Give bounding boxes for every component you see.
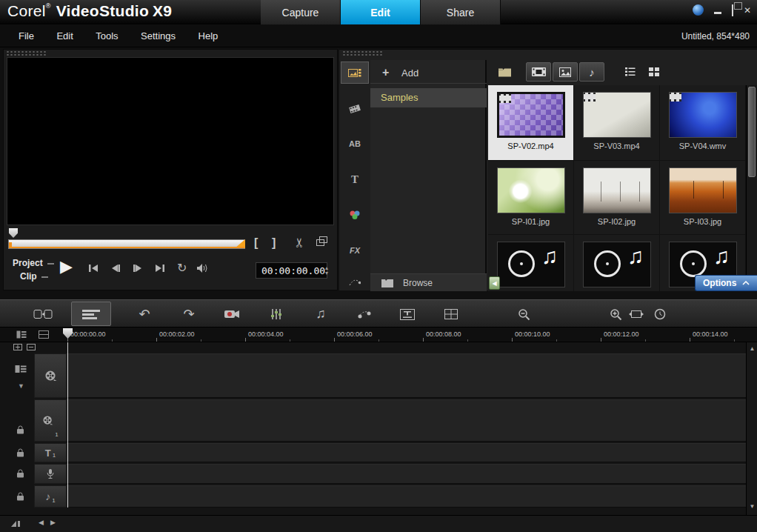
scrollbar-thumb[interactable] (748, 87, 756, 177)
nav-transition-button[interactable]: AB (341, 133, 369, 155)
track-swap-icon[interactable] (15, 365, 27, 373)
motion-tracking-button[interactable] (351, 305, 378, 324)
grid-view-button[interactable] (643, 62, 665, 82)
split-clip-button[interactable]: ✂ (292, 237, 307, 247)
volume-button[interactable] (196, 263, 209, 273)
play-button[interactable]: ▶ (60, 259, 73, 275)
media-item[interactable]: SP-I02.jpg (574, 161, 660, 235)
overlay-track-header[interactable]: 1 (34, 399, 67, 442)
redo-button[interactable]: ↷ (178, 305, 200, 324)
multicam-editor-button[interactable] (438, 305, 464, 324)
playhead-line[interactable] (67, 342, 68, 508)
media-item-selected[interactable]: SP-V02.mp4 (488, 85, 574, 161)
scroll-left-button[interactable]: ◀ (39, 519, 44, 526)
close-button[interactable]: ✕ (744, 5, 751, 16)
filter-audio-button[interactable]: ♪ (579, 62, 604, 82)
overlay-track-lane[interactable] (67, 399, 746, 442)
next-frame-button[interactable] (133, 264, 143, 273)
media-item[interactable]: ♫ (574, 235, 660, 291)
timeline-view-button[interactable] (71, 302, 111, 326)
browse-button[interactable]: Browse (370, 273, 487, 291)
panel-grip[interactable] (6, 50, 46, 56)
remove-track-icon[interactable] (27, 344, 36, 350)
title-track-lane[interactable] (67, 443, 746, 462)
track-filter-icon[interactable] (39, 330, 49, 339)
tab-share[interactable]: Share (421, 0, 501, 24)
clip-mode-label[interactable]: Clip (20, 271, 48, 282)
sound-mixer-button[interactable] (264, 305, 289, 324)
tab-capture[interactable]: Capture (261, 0, 341, 24)
media-item[interactable]: SP-I01.jpg (488, 161, 574, 235)
enlarge-preview-button[interactable] (316, 236, 327, 246)
menu-help[interactable]: Help (189, 25, 228, 47)
fit-project-button[interactable] (627, 305, 646, 323)
track-lock-icon[interactable] (16, 425, 24, 434)
panel-grip[interactable] (342, 50, 382, 56)
nav-media-button[interactable] (341, 61, 369, 84)
nav-instant-project-button[interactable] (341, 97, 369, 119)
video-track-header[interactable] (34, 353, 67, 398)
filter-photos-button[interactable] (553, 62, 578, 82)
add-track-icon[interactable] (13, 344, 22, 350)
tab-edit[interactable]: Edit (341, 0, 421, 24)
minimize-button[interactable] (714, 6, 721, 14)
scrubber-playhead[interactable] (9, 228, 18, 238)
nav-filter-button[interactable]: FX (341, 239, 369, 262)
nav-motion-path-button[interactable] (341, 273, 369, 291)
track-lock-icon[interactable] (16, 448, 24, 457)
auto-music-button[interactable]: ♫ (308, 303, 333, 324)
track-lock-icon[interactable] (16, 492, 24, 501)
timeline-ruler[interactable]: 00:00:00.00 00:00:02.00 00:00:04.00 00:0… (0, 327, 757, 342)
storyboard-view-button[interactable] (25, 304, 61, 325)
options-button[interactable]: Options (695, 275, 757, 291)
zoom-in-button[interactable] (607, 306, 624, 322)
record-capture-button[interactable] (219, 305, 244, 324)
media-item[interactable]: ♫ (488, 235, 574, 291)
zoom-out-button[interactable] (516, 306, 532, 322)
trim-end-handle[interactable] (235, 239, 245, 248)
voice-track-lane[interactable] (67, 464, 746, 484)
library-scrollbar[interactable]: ▼ (746, 85, 757, 291)
auto-scroll-icon[interactable] (10, 520, 21, 528)
project-mode-label[interactable]: Project (13, 258, 54, 268)
scroll-up-button[interactable]: ▲ (747, 343, 757, 354)
nav-graphic-button[interactable] (341, 204, 369, 226)
subtitle-editor-button[interactable] (394, 305, 421, 324)
timeline-scrollbar[interactable]: ▲ ▼ (746, 342, 757, 515)
project-duration-button[interactable] (652, 305, 668, 323)
track-expand-icon[interactable]: ▼ (18, 382, 24, 390)
menu-edit[interactable]: Edit (47, 25, 82, 47)
collapse-folder-panel-button[interactable]: ◀ (489, 276, 500, 290)
title-track-header[interactable]: T 1 (34, 443, 67, 462)
menu-file[interactable]: File (9, 25, 44, 47)
list-view-button[interactable] (621, 62, 640, 82)
media-item[interactable]: SP-V04.wmv (660, 85, 746, 161)
undo-button[interactable]: ↶ (133, 305, 156, 324)
folder-item-samples[interactable]: Samples (370, 88, 487, 107)
filter-videos-button[interactable] (526, 62, 551, 82)
mark-out-button[interactable]: ] (272, 236, 276, 250)
preview-timecode[interactable]: 00:00:00.00 ▴▾ (256, 262, 327, 279)
menu-tools[interactable]: Tools (86, 25, 127, 47)
music-track-header[interactable]: ♪ 1 (34, 485, 67, 508)
media-item[interactable]: SP-I03.jpg (660, 161, 746, 235)
trim-start-handle[interactable] (9, 242, 12, 248)
globe-icon[interactable] (693, 4, 704, 16)
nav-title-button[interactable]: T (341, 168, 369, 190)
library-folder-button[interactable] (493, 62, 516, 82)
restore-button[interactable] (732, 5, 733, 16)
home-button[interactable] (88, 264, 99, 273)
scroll-right-button[interactable]: ▶ (50, 519, 56, 526)
mark-in-button[interactable]: [ (254, 236, 258, 250)
menu-settings[interactable]: Settings (131, 25, 185, 47)
spin-down-icon[interactable]: ▾ (325, 270, 328, 276)
track-lock-icon[interactable] (16, 469, 24, 478)
previous-frame-button[interactable] (110, 264, 121, 273)
scroll-down-button[interactable]: ▼ (747, 501, 757, 512)
track-list-icon[interactable] (16, 330, 27, 339)
repeat-button[interactable]: ↻ (177, 261, 187, 275)
media-item[interactable]: SP-V03.mp4 (574, 85, 660, 161)
trim-bar[interactable] (8, 239, 245, 249)
voice-track-header[interactable] (34, 464, 67, 484)
music-track-lane[interactable] (67, 485, 746, 508)
